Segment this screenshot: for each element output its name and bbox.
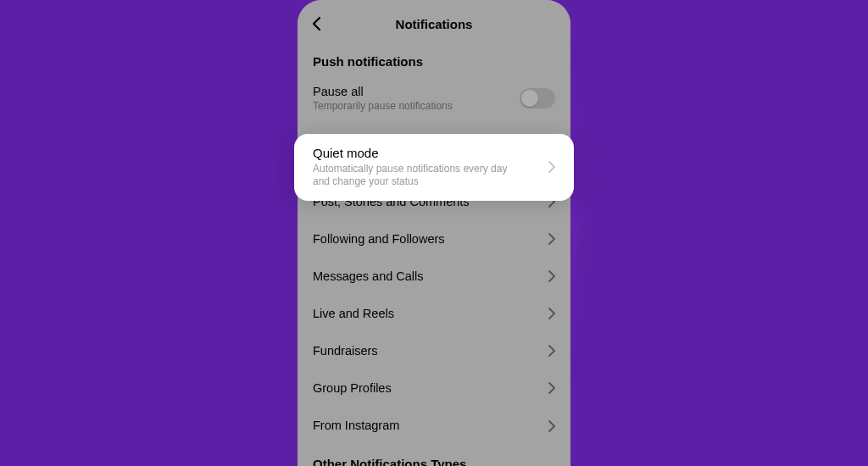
nav-fundraisers[interactable]: Fundraisers [298,332,570,369]
nav-messages-calls[interactable]: Messages and Calls [298,258,570,295]
toggle-knob [521,90,538,107]
quiet-mode-row[interactable]: Quiet mode Automatically pause notificat… [294,134,574,201]
chevron-right-icon [548,233,555,245]
nav-live-reels[interactable]: Live and Reels [298,295,570,332]
pause-all-subtitle: Temporarily pause notifications [313,100,511,114]
nav-group-profiles[interactable]: Group Profiles [298,369,570,407]
section-push-notifications: Push notifications [298,42,570,75]
phone-frame: Notifications Push notifications Pause a… [298,0,570,466]
pause-all-label: Pause all [313,84,511,99]
item-label: From Instagram [313,418,399,433]
chevron-right-icon [548,420,555,432]
pause-all-row: Pause all Temporarily pause notification… [298,75,570,122]
nav-from-instagram[interactable]: From Instagram [298,407,570,444]
chevron-right-icon [548,308,555,319]
back-button[interactable] [309,16,325,31]
section-other-notifications: Other Notifications Types [298,445,570,466]
header: Notifications [298,5,570,42]
page-title: Notifications [396,17,473,31]
chevron-left-icon [309,16,325,31]
item-label: Messages and Calls [313,269,424,284]
quiet-mode-subtitle: Automatically pause notifications every … [313,163,525,189]
pause-all-toggle[interactable] [520,88,555,108]
nav-following-followers[interactable]: Following and Followers [298,220,570,258]
chevron-right-icon [548,270,555,282]
item-label: Group Profiles [313,380,392,396]
item-label: Following and Followers [313,231,445,247]
item-label: Live and Reels [313,306,394,321]
item-label: Fundraisers [313,343,378,358]
chevron-right-icon [548,161,555,173]
chevron-right-icon [548,345,555,357]
quiet-mode-label: Quiet mode [313,146,540,162]
chevron-right-icon [548,382,555,394]
